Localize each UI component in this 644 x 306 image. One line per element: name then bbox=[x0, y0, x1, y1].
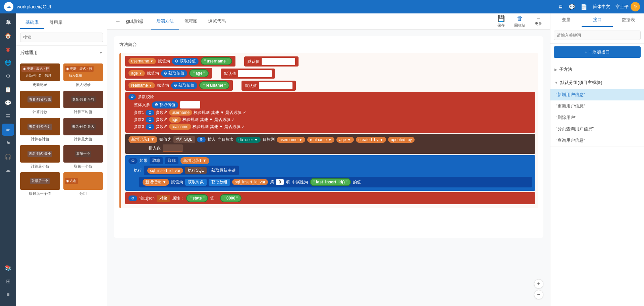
sidebar-item-globe[interactable]: 🌐 bbox=[2, 56, 14, 69]
save-button[interactable]: 💾 保存 bbox=[495, 13, 507, 29]
not2-label[interactable]: 取非 bbox=[165, 157, 178, 164]
sidebar-item-red[interactable]: ◉ bbox=[2, 43, 14, 55]
right-tab-vars[interactable]: 变量 bbox=[550, 13, 582, 27]
group-header-backend[interactable]: 后端通用 ▼ bbox=[20, 48, 103, 57]
get-value-whole-chip[interactable]: ⚙ 获取传值 bbox=[152, 101, 178, 108]
block-insert-record[interactable]: ◉ 更新 · 表名 · 行 插入数据 插入记录 bbox=[63, 63, 103, 87]
history-button[interactable]: 🗑 回收站 bbox=[512, 14, 528, 29]
block-group-label: 分组 bbox=[79, 191, 87, 196]
block-update-record[interactable]: ◉ 更新 · 表名 · 行 更新列 · 名 · 信息 更新记录 bbox=[20, 63, 60, 87]
block-group[interactable]: ◉ 表名 分组 bbox=[63, 172, 103, 196]
group-label-default: 默认分组(项目主模块) bbox=[560, 80, 602, 86]
tab-view-code[interactable]: 浏览代码 bbox=[203, 13, 231, 30]
zoom-in-button[interactable]: + bbox=[534, 279, 543, 289]
user-menu[interactable]: 章士平 章 bbox=[615, 2, 640, 11]
group-label: 后端通用 bbox=[20, 50, 38, 56]
sidebar-item-headphone[interactable]: 🎧 bbox=[2, 150, 14, 163]
new-record2-chip[interactable]: 新增记录 ▼ bbox=[143, 179, 169, 186]
block-count-rows[interactable]: 表名·列名·行值 计算行数 bbox=[20, 91, 60, 115]
block-sum[interactable]: 表名·列名·合计 计算会计值 bbox=[20, 118, 60, 142]
interface-item-update-user[interactable]: "更新用户信息" bbox=[550, 100, 644, 112]
col-created-by-chip[interactable]: created_by ▼ bbox=[356, 137, 386, 143]
default-value-input-3[interactable] bbox=[259, 82, 292, 89]
param-realname-chip[interactable]: realname bbox=[169, 124, 191, 130]
sql-var-chip[interactable]: sql_insert_id_var bbox=[147, 168, 183, 174]
insert-data-label: 插入数 bbox=[149, 145, 161, 151]
sidebar-item-code[interactable]: ✏ bbox=[2, 124, 14, 136]
gear-chip-p2[interactable]: ⚙ bbox=[146, 117, 154, 123]
interface-search-input[interactable] bbox=[554, 31, 641, 40]
param-age-chip[interactable]: age bbox=[169, 117, 181, 123]
gear-chip-p1[interactable]: ⚙ bbox=[146, 110, 154, 116]
interface-item-query-user[interactable]: "查询用户信息" bbox=[550, 135, 644, 146]
block-first[interactable]: 取第一个 取第一个值 bbox=[63, 145, 103, 169]
sql-id-var-chip[interactable]: sql_insert_id_var bbox=[232, 179, 268, 185]
sidebar-item-settings[interactable]: ⚙ bbox=[2, 70, 14, 82]
chat-icon[interactable]: 💬 bbox=[569, 4, 575, 10]
param-username-chip[interactable]: username bbox=[169, 110, 192, 116]
sidebar-item-grid[interactable]: ⊞ bbox=[2, 275, 14, 287]
param-validate-block: ⚙ 参数校验 整体入参 ⚙ 获取传值 bbox=[125, 92, 535, 133]
gear-chip-p3[interactable]: ⚙ bbox=[146, 124, 154, 130]
db-user-chip[interactable]: db_user ▼ bbox=[236, 137, 261, 143]
sidebar-item-layers[interactable]: 📋 bbox=[2, 83, 14, 95]
if-record-chip[interactable]: 新增记录1 ▼ bbox=[180, 157, 209, 164]
group-header-default[interactable]: ▼ 默认分组(项目主模块) bbox=[550, 76, 644, 89]
get-value-chip-1[interactable]: ⚙ 获取传值 bbox=[172, 58, 198, 65]
col-realname-chip[interactable]: realname ▼ bbox=[307, 137, 334, 143]
gear-chip[interactable]: ⚙ bbox=[128, 94, 136, 100]
default-value-input-1[interactable] bbox=[262, 58, 295, 65]
tab-ref-lib[interactable]: 引用库 bbox=[44, 17, 68, 29]
get-value-chip-3[interactable]: ⚙ 获取传值 bbox=[171, 82, 197, 89]
block-min[interactable]: 表名·列名·最小 计算最小值 bbox=[20, 145, 60, 169]
sidebar-item-menu[interactable]: ☰ bbox=[2, 110, 14, 122]
username-var-chip[interactable]: username ▼ bbox=[128, 58, 156, 64]
interface-item-delete-user[interactable]: "删除用户" bbox=[550, 112, 644, 123]
realname-var-chip[interactable]: realname ▼ bbox=[128, 82, 155, 88]
col-updated-by-chip[interactable]: updated_by bbox=[388, 137, 415, 143]
monitor-icon[interactable]: 🖥 bbox=[558, 4, 563, 10]
interface-item-add-user[interactable]: "新增用户信息" bbox=[550, 89, 644, 100]
tab-flowchart[interactable]: 流程图 bbox=[179, 13, 203, 30]
interface-item-page-query[interactable]: "分页查询用户信息" bbox=[550, 123, 644, 135]
gear-sql-chip[interactable]: ⚙ bbox=[197, 137, 206, 142]
back-button[interactable]: ← bbox=[113, 16, 123, 27]
default-value-input-2[interactable] bbox=[238, 70, 272, 77]
save-label: 保存 bbox=[497, 23, 505, 28]
col-age-chip[interactable]: age ▼ bbox=[336, 137, 354, 143]
sidebar-item-chat2[interactable]: 💬 bbox=[2, 97, 14, 109]
right-panel-search bbox=[550, 27, 644, 44]
more-button[interactable]: ··· 更多 bbox=[532, 15, 545, 28]
sidebar-item-home[interactable]: 🏠 bbox=[2, 30, 14, 42]
block-avg[interactable]: 表名·列名·平均 计算平均值 bbox=[63, 91, 103, 115]
get-value-chip-2[interactable]: ⚙ 获取传值 bbox=[161, 70, 187, 77]
block-last[interactable]: 取最后一个 取最后一个值 bbox=[20, 172, 60, 196]
gear-if-chip[interactable]: ⚙ bbox=[128, 158, 138, 164]
history-icon: 🗑 bbox=[517, 15, 523, 22]
language-selector[interactable]: 简体中文 bbox=[593, 4, 610, 10]
sidebar-item-cloud2[interactable]: ☁ bbox=[2, 164, 14, 176]
block-max[interactable]: 表名·列名·最大 计算最大值 bbox=[63, 118, 103, 142]
group-header-submethods[interactable]: ▶ 子方法 bbox=[550, 63, 644, 76]
add-interface-button[interactable]: + + 添加接口 bbox=[554, 46, 641, 58]
sidebar-item-list[interactable]: ≡ bbox=[2, 289, 14, 301]
required-label-2: 是否必填 ✓ bbox=[214, 117, 235, 123]
right-tab-interfaces[interactable]: 接口 bbox=[582, 13, 613, 27]
new-record-chip[interactable]: 新增记录1 ▼ bbox=[128, 136, 157, 143]
tab-basic-lib[interactable]: 基础库 bbox=[20, 17, 44, 29]
col-username-chip[interactable]: username ▼ bbox=[277, 137, 305, 143]
zoom-out-button[interactable]: − bbox=[534, 290, 543, 299]
sidebar-item-flag[interactable]: ⚑ bbox=[2, 137, 14, 149]
right-tab-tables[interactable]: 数据表 bbox=[613, 13, 644, 27]
sidebar-item-book[interactable]: 📚 bbox=[2, 262, 14, 274]
not1-label[interactable]: 取非 bbox=[150, 157, 163, 164]
tab-backend-method[interactable]: 后端方法 bbox=[151, 13, 179, 30]
default-label-1: 默认值 bbox=[248, 59, 260, 64]
gear-json-chip[interactable]: ⚙ bbox=[128, 195, 137, 201]
block-search-input[interactable] bbox=[20, 33, 103, 42]
get-latest-key-label: 获取最新主键 bbox=[211, 168, 235, 173]
doc-icon[interactable]: 📄 bbox=[581, 4, 587, 10]
age-var-chip[interactable]: age ▼ bbox=[128, 70, 145, 76]
whole-input-box[interactable] bbox=[180, 101, 200, 108]
canvas-area[interactable]: 方法舞台 username ▼ 赋值为 ⚙ 获取传值 "username" bbox=[107, 30, 550, 306]
